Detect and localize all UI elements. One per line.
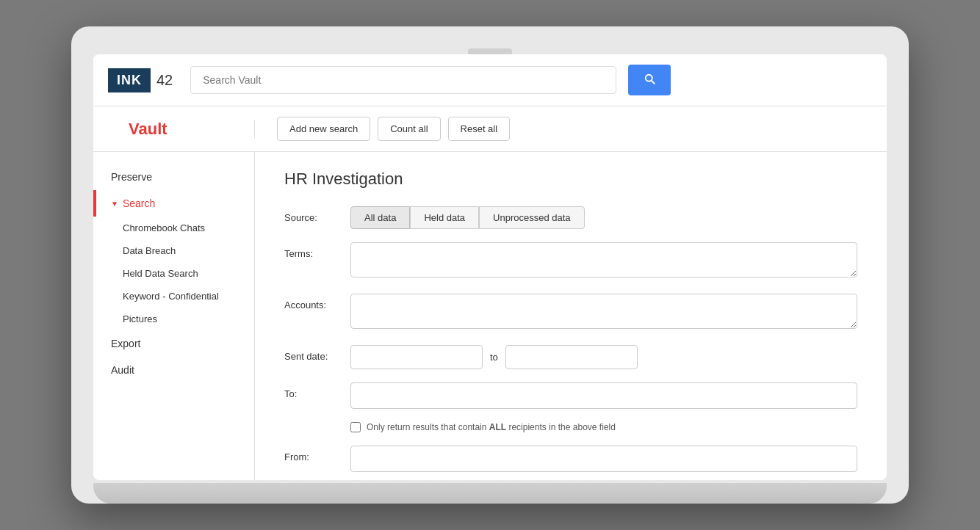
to-input[interactable]: [350, 382, 857, 409]
logo-number: 42: [151, 68, 179, 93]
source-unprocessed-data-button[interactable]: Unprocessed data: [479, 206, 585, 229]
sent-date-row: Sent date: to: [284, 345, 857, 369]
header-search-container: [190, 66, 616, 94]
content-area: Preserve ▼ Search Chromebook Chats: [93, 152, 887, 480]
all-recipients-checkbox[interactable]: [350, 422, 361, 432]
vault-buttons-area: Add new search Count all Reset all: [255, 117, 532, 141]
to-row: To:: [284, 382, 857, 409]
reset-all-button[interactable]: Reset all: [448, 117, 511, 141]
add-new-search-button[interactable]: Add new search: [277, 117, 370, 141]
sidebar-item-search[interactable]: ▼ Search: [93, 190, 254, 217]
sidebar-item-audit[interactable]: Audit: [93, 357, 254, 383]
sidebar: Preserve ▼ Search Chromebook Chats: [93, 152, 255, 480]
source-buttons: All data Held data Unprocessed data: [350, 206, 857, 229]
terms-row: Terms:: [284, 242, 857, 280]
vault-title: Vault: [111, 120, 185, 153]
from-label: From:: [284, 446, 350, 462]
search-icon: [643, 72, 656, 85]
terms-label: Terms:: [284, 242, 350, 259]
logo-ink: INK: [108, 68, 151, 92]
header: INK 42: [93, 54, 887, 106]
main-content: HR Investigation Source: All data Held d…: [255, 152, 887, 480]
to-label: To:: [284, 382, 350, 399]
to-control: [350, 382, 857, 409]
accounts-label: Accounts:: [284, 294, 350, 311]
accounts-input[interactable]: [350, 294, 857, 329]
sidebar-sub-keyword-confidential[interactable]: Keyword - Confidential: [93, 285, 254, 308]
sidebar-sub-held-data-search[interactable]: Held Data Search: [93, 262, 254, 285]
sent-date-from-input[interactable]: [350, 345, 483, 369]
sidebar-item-preserve[interactable]: Preserve: [93, 164, 254, 190]
sent-date-to-input[interactable]: [505, 345, 638, 369]
investigation-title: HR Investigation: [284, 170, 857, 189]
terms-input[interactable]: [350, 242, 857, 277]
source-label: Source:: [284, 206, 350, 223]
logo: INK 42: [108, 68, 179, 93]
checkbox-label: Only return results that contain ALL rec…: [367, 422, 616, 432]
from-row: From:: [284, 446, 857, 472]
sent-date-control: to: [350, 345, 857, 369]
sidebar-item-export[interactable]: Export: [93, 330, 254, 357]
terms-control: [350, 242, 857, 280]
vault-title-area: Vault: [93, 120, 255, 139]
search-arrow-icon: ▼: [111, 200, 118, 208]
checkbox-row: Only return results that contain ALL rec…: [350, 422, 857, 432]
source-held-data-button[interactable]: Held data: [410, 206, 479, 229]
count-all-button[interactable]: Count all: [378, 117, 440, 141]
sidebar-sub-pictures[interactable]: Pictures: [93, 308, 254, 330]
to-text: to: [490, 352, 498, 363]
sidebar-sub-chromebook-chats[interactable]: Chromebook Chats: [93, 217, 254, 239]
header-search-button[interactable]: [628, 65, 671, 95]
accounts-row: Accounts:: [284, 294, 857, 332]
source-row: Source: All data Held data Unprocessed d…: [284, 206, 857, 229]
from-input[interactable]: [350, 446, 857, 472]
source-all-data-button[interactable]: All data: [350, 206, 410, 229]
header-search-input[interactable]: [190, 66, 616, 94]
sent-date-label: Sent date:: [284, 345, 350, 362]
from-control: [350, 446, 857, 472]
sidebar-search-label: Search: [123, 197, 155, 209]
sidebar-sub-data-breach[interactable]: Data Breach: [93, 239, 254, 262]
accounts-control: [350, 294, 857, 332]
vault-header-area: Vault Add new search Count all Reset all: [93, 106, 887, 152]
